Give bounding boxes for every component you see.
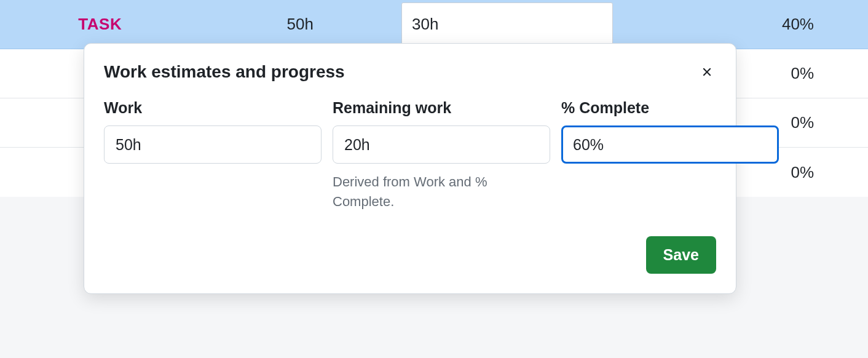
remaining-help-text: Derived from Work and % Complete.	[333, 172, 550, 212]
percent-complete-field: % Complete	[561, 99, 779, 212]
task-name-cell[interactable]: TASK	[0, 0, 200, 49]
dialog-title: Work estimates and progress	[104, 62, 345, 82]
work-input[interactable]	[104, 125, 322, 164]
remaining-field: Remaining work Derived from Work and % C…	[333, 99, 550, 212]
percent-complete-label: % Complete	[561, 99, 779, 117]
percent-complete-input[interactable]	[561, 125, 779, 164]
work-cell[interactable]: 50h	[200, 0, 401, 49]
work-estimates-dialog: Work estimates and progress Work Remaini…	[84, 43, 736, 294]
dialog-fields: Work Remaining work Derived from Work an…	[104, 99, 716, 212]
remaining-label: Remaining work	[333, 99, 550, 117]
dialog-header: Work estimates and progress	[104, 62, 716, 82]
dialog-footer: Save	[104, 236, 716, 274]
save-button[interactable]: Save	[646, 236, 716, 274]
remaining-input[interactable]	[333, 125, 550, 164]
work-label: Work	[104, 99, 322, 117]
close-button[interactable]	[698, 63, 716, 81]
percent-cell[interactable]: 40%	[614, 0, 869, 49]
remaining-cell-editing[interactable]: 30h	[401, 2, 613, 47]
table-row[interactable]: TASK 50h 30h 40%	[0, 0, 868, 49]
work-field: Work	[104, 99, 322, 212]
close-icon	[700, 65, 714, 79]
